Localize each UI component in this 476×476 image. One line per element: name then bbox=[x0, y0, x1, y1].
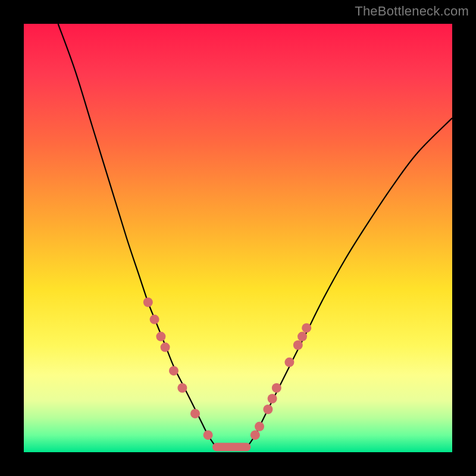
data-point-left-0 bbox=[143, 298, 153, 307]
data-point-left-2 bbox=[156, 332, 165, 342]
data-point-right-8 bbox=[302, 323, 311, 333]
data-point-left-5 bbox=[177, 383, 187, 393]
curve-group bbox=[58, 24, 452, 448]
data-point-right-2 bbox=[263, 405, 273, 414]
data-point-left-4 bbox=[169, 366, 178, 375]
data-point-right-4 bbox=[272, 383, 281, 393]
watermark-text: TheBottleneck.com bbox=[355, 4, 469, 19]
data-point-left-7 bbox=[203, 430, 213, 440]
data-point-left-6 bbox=[190, 409, 200, 418]
data-point-right-3 bbox=[268, 394, 277, 403]
data-point-right-5 bbox=[284, 358, 294, 367]
dot-group bbox=[143, 298, 311, 440]
data-point-left-1 bbox=[150, 315, 159, 324]
data-point-right-6 bbox=[293, 340, 303, 350]
data-point-right-1 bbox=[255, 422, 264, 431]
curve-bottleneck-curve-right bbox=[246, 118, 452, 447]
data-point-right-7 bbox=[298, 332, 307, 342]
data-point-right-0 bbox=[250, 430, 260, 440]
curve-bottleneck-curve-left bbox=[58, 24, 217, 448]
chart-frame: TheBottleneck.com bbox=[0, 0, 476, 476]
chart-overlay bbox=[24, 24, 452, 452]
data-point-left-3 bbox=[161, 343, 170, 352]
